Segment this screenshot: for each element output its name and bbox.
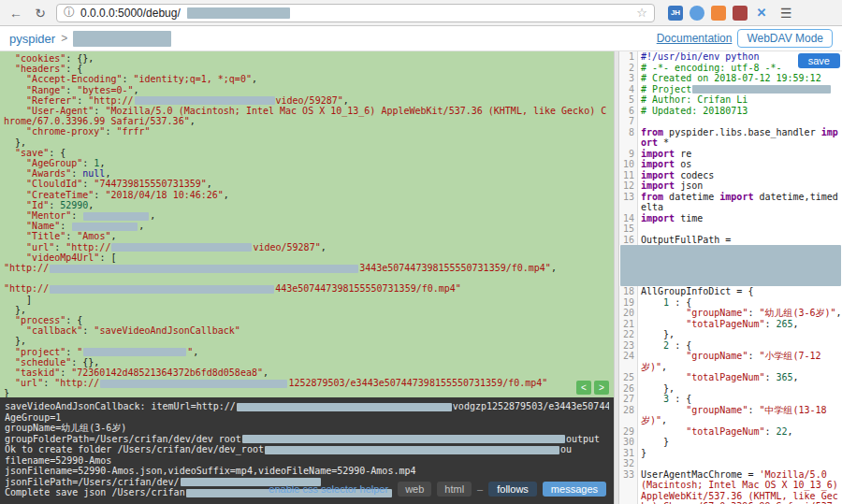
css-selector-helper-button[interactable]: enable css selector helper: [265, 482, 392, 497]
json-line: "AgeGroup": 1,: [4, 158, 610, 168]
site-header: pyspider > Documentation WebDAV Mode: [0, 26, 842, 51]
task-pager: < >: [576, 381, 609, 395]
line-number: 14: [619, 213, 638, 224]
reload-icon[interactable]: ↻: [32, 6, 49, 21]
json-line: "Id": 52990,: [4, 200, 610, 210]
line-number: 7: [619, 116, 638, 127]
save-button[interactable]: save: [798, 53, 840, 68]
line-number: 15: [619, 223, 638, 235]
code-line: 4# Project: [619, 84, 842, 95]
extension-orange-icon[interactable]: [711, 6, 726, 21]
line-number: 6: [619, 106, 638, 117]
code-editor[interactable]: 1#!/usr/bin/env python2# -*- encoding: u…: [619, 51, 842, 504]
json-line: ]: [4, 295, 610, 305]
line-number: 3: [619, 73, 638, 84]
messages-tab[interactable]: messages: [543, 482, 606, 497]
code-line: 10import os: [619, 159, 842, 170]
extension-icons: JH ✕: [668, 6, 769, 21]
browser-menu-icon[interactable]: ☰: [780, 6, 792, 21]
follows-tab[interactable]: follows: [488, 482, 537, 497]
pyspider-logo-link[interactable]: pyspider: [9, 32, 55, 46]
json-line: "ClouldId": "744739815550731359",: [4, 179, 610, 189]
redaction: [111, 243, 252, 252]
code-line: 21 "totalPageNum": 265,: [619, 319, 842, 330]
redaction: [50, 285, 274, 294]
back-icon[interactable]: ←: [7, 6, 24, 21]
line-number: 8: [619, 127, 638, 149]
code-line: 12import json: [619, 180, 842, 192]
code-line: 24 "groupName": "小学组(7-12岁)",: [619, 351, 842, 372]
code-line: 30 }: [619, 437, 842, 448]
info-icon[interactable]: ⓘ: [64, 5, 75, 21]
json-line: "taskid": "72360142d48521364372b6fd8d058…: [4, 367, 610, 378]
line-number: 32: [619, 458, 638, 469]
json-line: [4, 273, 610, 283]
toolbar-separator: –: [477, 483, 483, 495]
code-line: 20 "groupName": "幼儿组(3-6岁)",: [619, 308, 842, 319]
json-line: "process": {: [4, 315, 610, 325]
redaction: [83, 348, 186, 356]
json-line: },: [4, 336, 610, 346]
code-line: 18AllGroupInfoDict = {: [619, 286, 842, 297]
line-number: 9: [619, 149, 638, 160]
extension-jh-icon[interactable]: JH: [668, 6, 683, 21]
right-column: save 1#!/usr/bin/env python2# -*- encodi…: [619, 51, 842, 504]
code-editor-lines[interactable]: 1#!/usr/bin/env python2# -*- encoding: u…: [619, 51, 842, 504]
line-number: 16: [619, 235, 638, 246]
web-tab[interactable]: web: [398, 482, 431, 497]
html-tab[interactable]: html: [437, 482, 472, 497]
json-line: "schedule": {},: [4, 357, 610, 367]
line-number: 2: [619, 63, 638, 74]
json-line: "User-Agent": "Mozilla/5.0 (Macintosh; I…: [4, 106, 610, 126]
json-line: "cookies": {},: [4, 53, 610, 64]
redaction: [135, 96, 275, 105]
redaction: [265, 446, 559, 454]
json-editor[interactable]: "cookies": {}, "headers": { "Accept-Enco…: [4, 53, 610, 397]
json-line: "Awards": null,: [4, 168, 610, 179]
breadcrumb-separator: >: [61, 32, 67, 45]
line-number: 31: [619, 448, 638, 459]
code-line: 29 "totalPageNum": 22,: [619, 426, 842, 438]
code-line: 19 1 : {: [619, 297, 842, 309]
next-page-button[interactable]: >: [594, 381, 609, 395]
bookmark-star-icon[interactable]: ☆: [636, 6, 647, 20]
console-line: jsonFilename=52990-Amos.json,videoSuffix…: [5, 466, 609, 477]
code-line: 3# Created on 2018-07-12 19:59:12: [619, 73, 842, 84]
line-number: 12: [619, 180, 638, 192]
code-line: [619, 245, 842, 286]
code-line: 31}: [619, 448, 842, 459]
line-number: 21: [619, 319, 638, 330]
extension-circle-icon[interactable]: [690, 6, 704, 21]
json-line: "CreateTime": "2018/04/18 10:46:26",: [4, 190, 610, 200]
url-bar[interactable]: ⓘ 0.0.0.0:5000/debug/ ☆: [56, 4, 655, 22]
line-number: 24: [619, 351, 638, 372]
extension-grid-icon[interactable]: [733, 6, 748, 21]
extension-x-icon[interactable]: ✕: [754, 6, 769, 21]
line-number: 19: [619, 297, 638, 309]
json-line: },: [4, 137, 610, 148]
prev-page-button[interactable]: <: [576, 381, 591, 395]
redaction: [242, 435, 565, 443]
json-line: }: [4, 388, 610, 397]
line-number: 33: [619, 469, 638, 504]
code-line: 22 },: [619, 329, 842, 340]
json-line: },: [4, 305, 610, 315]
console-line: groupFolderPath=/Users/crifan/dev/dev_ro…: [5, 434, 609, 445]
console-line: groupName=幼儿组(3-6岁): [5, 423, 609, 434]
line-number: 13: [619, 192, 638, 213]
json-line: "Referer": "http://video/59287",: [4, 95, 610, 106]
code-line: 5# Author: Crifan Li: [619, 94, 842, 106]
json-line: "Mentor": ,: [4, 210, 610, 221]
json-line: "url": "http://1252879503/e3443e50744739…: [4, 378, 610, 388]
line-number: 28: [619, 405, 638, 426]
webdav-mode-button[interactable]: WebDAV Mode: [737, 29, 833, 48]
task-json-panel[interactable]: "cookies": {}, "headers": { "Accept-Enco…: [0, 51, 614, 397]
line-number: 26: [619, 383, 638, 395]
json-line: "headers": {: [4, 64, 610, 74]
code-line: 26 },: [619, 383, 842, 395]
code-line: 9import re: [619, 149, 842, 160]
documentation-link[interactable]: Documentation: [657, 32, 733, 45]
code-line: 16OutputFullPath =: [619, 235, 842, 246]
line-number: 25: [619, 372, 638, 383]
code-line: 25 "totalPageNum": 365,: [619, 372, 842, 383]
